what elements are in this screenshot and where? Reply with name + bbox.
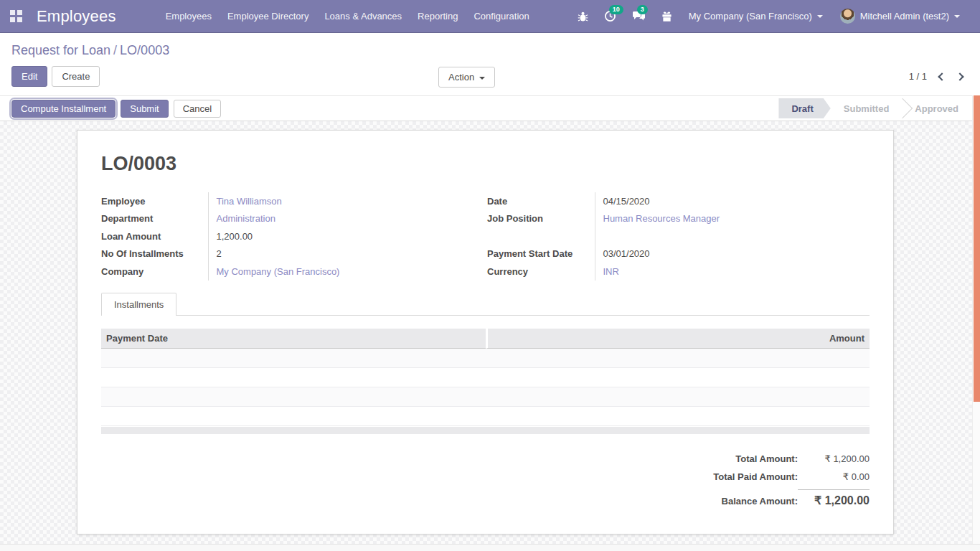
action-dropdown-button[interactable]: Action	[438, 67, 495, 88]
tab-installments[interactable]: Installments	[101, 293, 176, 316]
field-row-employee: Employee Tina Williamson	[101, 192, 474, 210]
form-statusbar: Compute Installment Submit Cancel Draft …	[0, 95, 980, 121]
field-row-company: Company My Company (San Francisco)	[101, 263, 474, 281]
field-label: Company	[101, 263, 208, 281]
company-switcher-label: My Company (San Francisco)	[689, 11, 812, 22]
pager-next-icon[interactable]	[956, 72, 963, 80]
pager-previous-icon[interactable]	[938, 72, 946, 80]
status-step-draft[interactable]: Draft	[778, 98, 830, 118]
horizontal-scrollbar-track	[0, 544, 980, 551]
installments-table: Payment Date Amount	[101, 329, 870, 426]
app-name[interactable]: Employees	[37, 7, 116, 26]
submit-button[interactable]: Submit	[121, 100, 168, 118]
control-panel: Request for Loan/LO/0003 Edit Create Act…	[0, 33, 980, 95]
field-label: Employee	[101, 192, 208, 210]
navbar-systray: 10 3 My Company (San Francisco) Mitchell…	[570, 0, 969, 32]
status-steps: Draft Submitted Approved	[778, 98, 971, 118]
activity-count-badge: 10	[609, 5, 623, 14]
user-menu[interactable]: Mitchell Admin (test2)	[831, 0, 969, 32]
balance-amount-value: ₹ 1,200.00	[798, 489, 870, 507]
breadcrumb-parent[interactable]: Request for Loan	[11, 43, 110, 57]
breadcrumb-separator: /	[110, 43, 120, 57]
breadcrumb: Request for Loan/LO/0003	[0, 33, 980, 58]
nav-item-reporting[interactable]: Reporting	[410, 0, 466, 32]
field-groups: Employee Tina Williamson Department Admi…	[101, 192, 870, 281]
employee-value-link[interactable]: Tina Williamson	[217, 196, 282, 207]
field-row-loan-amount: Loan Amount 1,200.00	[101, 227, 474, 245]
column-header-amount[interactable]: Amount	[486, 329, 870, 349]
breadcrumb-current: LO/0003	[120, 43, 169, 57]
total-amount-row: Total Amount: ₹ 1,200.00	[101, 453, 870, 471]
field-label: Department	[101, 210, 208, 228]
balance-amount-row: Balance Amount: ₹ 1,200.00	[101, 489, 870, 512]
messages-icon[interactable]: 3	[624, 0, 654, 32]
top-navbar: Employees Employees Employee Directory L…	[0, 0, 980, 33]
debug-bug-icon[interactable]	[570, 0, 596, 32]
gift-icon[interactable]	[654, 0, 680, 32]
field-row-department: Department Administration	[101, 210, 474, 228]
status-step-submitted[interactable]: Submitted	[831, 98, 903, 118]
field-row-job-position: Job Position Human Resources Manager	[487, 210, 870, 228]
date-value: 04/15/2020	[595, 192, 870, 210]
chevron-down-icon	[954, 15, 960, 18]
vertical-scrollbar-thumb[interactable]	[974, 95, 980, 402]
chevron-down-icon	[479, 77, 485, 80]
compute-installment-button[interactable]: Compute Installment	[11, 100, 116, 118]
field-row-payment-start-date: Payment Start Date 03/01/2020	[487, 245, 870, 263]
totals-block: Total Amount: ₹ 1,200.00 Total Paid Amou…	[101, 453, 870, 512]
create-button[interactable]: Create	[52, 66, 100, 87]
nav-item-configuration[interactable]: Configuration	[466, 0, 537, 32]
status-step-approved[interactable]: Approved	[902, 98, 971, 118]
payment-start-date-value: 03/01/2020	[595, 245, 870, 263]
field-row-spacer	[487, 227, 870, 245]
nav-item-employees[interactable]: Employees	[158, 0, 220, 32]
company-value-link[interactable]: My Company (San Francisco)	[217, 266, 340, 277]
currency-value-link[interactable]: INR	[603, 266, 619, 277]
field-label: No Of Installments	[101, 245, 208, 263]
content-area: LO/0003 Employee Tina Williamson Departm…	[0, 121, 980, 544]
table-row	[101, 387, 870, 407]
user-avatar	[840, 9, 855, 24]
activities-clock-icon[interactable]: 10	[596, 0, 624, 32]
installments-count-value: 2	[208, 245, 474, 263]
pager-value[interactable]: 1 / 1	[909, 71, 927, 82]
department-value-link[interactable]: Administration	[217, 213, 275, 224]
table-row	[101, 349, 870, 368]
field-row-date: Date 04/15/2020	[487, 192, 870, 210]
field-label: Loan Amount	[101, 227, 208, 245]
table-row	[101, 368, 870, 387]
table-row	[101, 407, 870, 426]
field-label: Payment Start Date	[487, 245, 595, 263]
cancel-button[interactable]: Cancel	[174, 100, 221, 118]
chevron-down-icon	[817, 15, 823, 18]
field-label: Date	[487, 192, 595, 210]
message-count-badge: 3	[637, 5, 648, 14]
total-amount-value: ₹ 1,200.00	[798, 453, 870, 464]
pager: 1 / 1	[909, 71, 963, 82]
table-footer-strip	[101, 427, 870, 434]
field-label: Currency	[487, 263, 595, 281]
loan-amount-value: 1,200.00	[208, 227, 474, 245]
notebook-tabs: Installments	[101, 293, 870, 316]
total-paid-label: Total Paid Amount:	[713, 471, 798, 482]
total-amount-label: Total Amount:	[735, 453, 798, 464]
left-field-group: Employee Tina Williamson Department Admi…	[101, 192, 474, 281]
field-row-installments-count: No Of Installments 2	[101, 245, 474, 263]
column-header-payment-date[interactable]: Payment Date	[101, 329, 486, 349]
main-menu: Employees Employee Directory Loans & Adv…	[158, 0, 537, 32]
total-paid-row: Total Paid Amount: ₹ 0.00	[101, 471, 870, 489]
edit-button[interactable]: Edit	[11, 66, 47, 87]
apps-grid-icon[interactable]	[10, 10, 22, 22]
field-label: Job Position	[487, 210, 595, 228]
nav-item-employee-directory[interactable]: Employee Directory	[220, 0, 316, 32]
vertical-scrollbar-track	[972, 95, 980, 544]
control-panel-buttons: Edit Create	[11, 66, 980, 87]
record-title: LO/0003	[101, 153, 870, 175]
job-position-value-link[interactable]: Human Resources Manager	[603, 213, 720, 224]
field-row-currency: Currency INR	[487, 263, 870, 281]
company-switcher[interactable]: My Company (San Francisco)	[680, 0, 831, 32]
total-paid-value: ₹ 0.00	[798, 471, 870, 482]
form-sheet: LO/0003 Employee Tina Williamson Departm…	[77, 130, 894, 534]
balance-amount-label: Balance Amount:	[722, 496, 798, 507]
nav-item-loans-advances[interactable]: Loans & Advances	[316, 0, 410, 32]
